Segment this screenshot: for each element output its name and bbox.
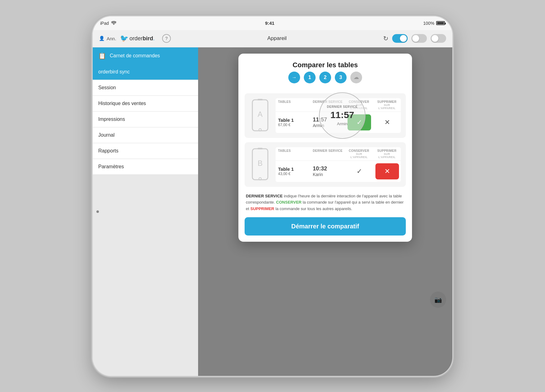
sidebar-header-label: Carnet de commandes <box>110 53 160 59</box>
section-b-row: B TABLES <box>250 147 401 182</box>
header-right: ↻ <box>383 34 446 43</box>
status-right: 100% <box>423 21 445 26</box>
delete-button-a[interactable]: ✕ <box>375 114 399 130</box>
sidebar: 📋 Carnet de commandes orderbird sync Ses… <box>93 47 198 376</box>
step-3[interactable]: 3 <box>335 72 347 83</box>
step-2[interactable]: 2 <box>319 72 331 83</box>
modal-body: A TABLES <box>238 93 412 242</box>
status-time: 9:41 <box>265 20 274 26</box>
bird-icon: 🐦 <box>120 34 128 42</box>
step-cloud[interactable]: ☁ <box>350 72 362 83</box>
keep-button-a[interactable]: ✓ <box>348 114 371 130</box>
keep-button-b[interactable]: ✓ <box>348 163 371 179</box>
desc-bold: DERNIER SERVICE <box>246 194 283 198</box>
toggle-thumb-3 <box>432 35 438 42</box>
steps-row: → 1 2 3 ☁ <box>246 69 405 88</box>
modal-title: Comparer les tables <box>246 61 405 69</box>
sidebar-header: 📋 Carnet de commandes <box>93 47 198 64</box>
col-keep-a: CONSERVER sur l'appareil <box>345 98 373 112</box>
delete-button-b[interactable]: ✕ <box>375 163 399 179</box>
refresh-icon[interactable]: ↻ <box>383 35 388 42</box>
col-last-service-b: DERNIER SERVICE <box>310 147 345 161</box>
sidebar-item-sync-label: orderbird sync <box>98 69 130 74</box>
orderbird-logo: 🐦 orderbird. <box>120 34 155 42</box>
sidebar-item-historique[interactable]: Historique des ventes <box>93 96 198 112</box>
step-1[interactable]: 1 <box>304 72 316 83</box>
cancel-label: Ann. <box>107 36 116 41</box>
battery-icon <box>436 21 445 25</box>
col-keep-b: CONSERVER sur l'appareil <box>345 147 373 161</box>
battery-percent: 100% <box>423 21 434 26</box>
description-text: DERNIER SERVICE indique l'heure de la de… <box>245 191 406 217</box>
device-name: iPad <box>100 21 109 26</box>
svg-point-0 <box>113 24 114 24</box>
sidebar-item-journal[interactable]: Journal <box>93 127 198 143</box>
cell-keep-a[interactable]: ✓ <box>345 112 373 133</box>
sidebar-item-rapports[interactable]: Rapports <box>93 143 198 159</box>
help-button[interactable]: ? <box>162 34 171 43</box>
cell-table-name-a: Table 1 67,00 € <box>276 115 310 130</box>
desc-red: SUPPRIMER <box>250 206 274 211</box>
step-arrow[interactable]: → <box>288 72 300 83</box>
sidebar-header-icon: 📋 <box>98 52 106 59</box>
sidebar-item-session[interactable]: Session <box>93 80 198 96</box>
table-header-b: TABLES DERNIER SERVICE CONSERVER sur l'a… <box>276 147 401 161</box>
step-arrow-icon: → <box>292 75 297 80</box>
table-header-a: TABLES DERNIER SERVICE CONSERVER sur l'a… <box>276 98 401 112</box>
status-bar: iPad 9:41 100% <box>93 16 452 30</box>
header-center: Appareil <box>171 35 383 42</box>
step-1-label: 1 <box>308 75 311 80</box>
sidebar-item-rapports-label: Rapports <box>98 148 118 153</box>
col-tables-a: TABLES <box>276 98 310 112</box>
phone-a-svg: A <box>251 98 269 132</box>
status-left: iPad <box>100 21 116 26</box>
cell-time-b: 10:32 Karin <box>310 163 345 179</box>
sidebar-item-sync[interactable]: orderbird sync <box>93 64 198 80</box>
content-area: 📷 Comparer les tables → 1 <box>198 47 452 376</box>
sidebar-item-parametres-label: Paramètres <box>98 164 124 169</box>
sidebar-item-parametres[interactable]: Paramètres <box>93 159 198 175</box>
toggle-thumb-2 <box>412 35 419 42</box>
wifi-icon <box>111 21 116 26</box>
table-data-a: Table 1 67,00 € 11:57 Armin <box>276 112 401 133</box>
ipad-frame: iPad 9:41 100% 👤 Ann. <box>93 16 452 376</box>
cell-table-name-b: Table 1 43,00 € <box>276 164 310 178</box>
sidebar-item-session-label: Session <box>98 85 116 90</box>
table-data-b: Table 1 43,00 € 10:32 Karin <box>276 161 401 182</box>
section-a: A TABLES <box>245 93 406 138</box>
toggle-thumb <box>400 35 407 42</box>
col-delete-a: SUPPRIMER sur l'appareil <box>373 98 401 112</box>
app-header: 👤 Ann. 🐦 orderbird. ? Appareil ↻ <box>93 30 452 47</box>
col-tables-b: TABLES <box>276 147 310 161</box>
sidebar-item-impressions-label: Impressions <box>98 117 125 122</box>
step-3-label: 3 <box>339 75 342 80</box>
sidebar-item-impressions[interactable]: Impressions <box>93 112 198 127</box>
cell-keep-b[interactable]: ✓ <box>345 161 373 182</box>
col-last-service-a: DERNIER SERVICE <box>310 98 345 112</box>
main-area: 📋 Carnet de commandes orderbird sync Ses… <box>93 47 452 376</box>
desc-text3: la commande sur tous les autres appareil… <box>274 206 352 211</box>
start-button-label: Démarrer le comparatif <box>291 223 359 230</box>
svg-text:A: A <box>258 110 263 118</box>
table-grid-a: TABLES DERNIER SERVICE CONSERVER sur l'a… <box>276 98 401 133</box>
cell-delete-a[interactable]: ✕ <box>373 112 401 133</box>
svg-rect-6 <box>258 148 263 149</box>
help-icon: ? <box>165 36 168 41</box>
col-delete-b: SUPPRIMER sur l'appareil <box>373 147 401 161</box>
cancel-button[interactable]: 👤 Ann. <box>99 36 116 41</box>
toggle-switch-1[interactable] <box>392 34 408 43</box>
desc-green: CONSERVER <box>276 200 302 205</box>
phone-a-illustration: A <box>250 98 271 132</box>
cloud-icon: ☁ <box>354 74 359 80</box>
table-grid-b: TABLES DERNIER SERVICE CONSERVER sur l'a… <box>276 147 401 182</box>
sidebar-item-historique-label: Historique des ventes <box>98 101 146 106</box>
toggle-switch-3[interactable] <box>431 34 446 43</box>
cell-delete-b[interactable]: ✕ <box>373 161 401 182</box>
section-b: B TABLES <box>245 142 406 187</box>
phone-b-illustration: B <box>250 147 271 181</box>
svg-rect-2 <box>258 99 263 100</box>
start-comparatif-button[interactable]: Démarrer le comparatif <box>245 217 406 236</box>
section-a-row: A TABLES <box>250 98 401 133</box>
compare-modal: Comparer les tables → 1 2 <box>238 54 412 242</box>
toggle-switch-2[interactable] <box>411 34 427 43</box>
